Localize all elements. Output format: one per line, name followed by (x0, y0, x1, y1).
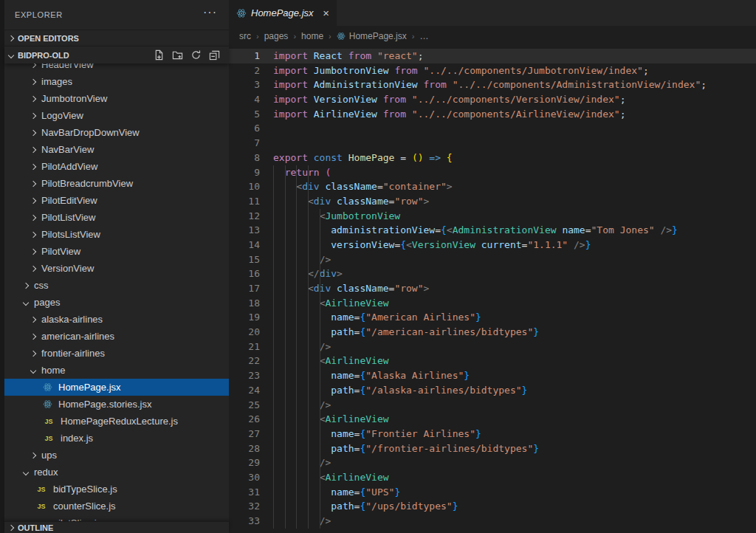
tree-folder-PilotsListView[interactable]: PilotsListView (4, 226, 229, 243)
tree-folder-css[interactable]: css (4, 277, 229, 294)
tab-homepage-jsx[interactable]: HomePage.jsx × (229, 0, 337, 26)
line-number: 7 (229, 136, 260, 151)
tree-item-label: css (34, 280, 49, 291)
code-line: 28 path={"/frontier-airlines/bidtypes"} (229, 441, 756, 456)
tree-folder-NavBarView[interactable]: NavBarView (4, 141, 229, 158)
open-editors-section[interactable]: OPEN EDITORS (4, 30, 229, 46)
code-line: 6 (229, 121, 756, 136)
code-editor[interactable]: 1import React from "react";2import Jumbo… (229, 46, 756, 533)
tree-folder-PilotAddView[interactable]: PilotAddView (4, 158, 229, 175)
code-text: administrationView={<AdministrationView … (273, 223, 678, 238)
new-folder-icon[interactable] (172, 49, 183, 61)
breadcrumb-item[interactable]: home (301, 31, 323, 41)
js-icon: JS (43, 435, 55, 442)
workspace-folder-header[interactable]: BIDPRO-OLD (4, 46, 229, 63)
code-line: 15 /> (229, 252, 756, 267)
tree-file-HomePage.stories.jsx[interactable]: HomePage.stories.jsx (4, 396, 229, 413)
breadcrumb-item[interactable]: HomePage.jsx (337, 31, 407, 41)
code-line: 25 /> (229, 398, 756, 413)
tree-item-label: HomePage.jsx (58, 382, 121, 393)
outline-section[interactable]: OUTLINE (4, 521, 229, 533)
tree-folder-NavBarDropDownView[interactable]: NavBarDropDownView (4, 124, 229, 141)
tree-folder-PilotListView[interactable]: PilotListView (4, 209, 229, 226)
file-tree: HeaderViewimagesJumbotronViewLogoViewNav… (4, 63, 229, 521)
react-icon (43, 399, 52, 409)
tree-item-label: images (41, 76, 72, 87)
chevron-right-icon (30, 452, 36, 458)
tree-folder-VersionView[interactable]: VersionView (4, 260, 229, 277)
tree-folder-home[interactable]: home (4, 362, 229, 379)
tree-folder-LogoView[interactable]: LogoView (4, 107, 229, 124)
breadcrumb-separator: › (412, 32, 415, 41)
line-number: 9 (229, 165, 260, 180)
open-editors-label: OPEN EDITORS (18, 34, 79, 43)
explorer-header: EXPLORER ··· (4, 0, 229, 30)
code-line: 3import AdministrationView from "../../c… (229, 78, 756, 92)
tree-item-label: HomePageReduxLecture.js (61, 416, 178, 427)
tree-item-label: PilotBreadcrumbView (41, 178, 133, 189)
new-file-icon[interactable] (154, 49, 165, 61)
tree-folder-redux[interactable]: redux (4, 464, 229, 481)
code-text: import AdministrationView from "../../co… (273, 78, 707, 92)
line-number: 20 (229, 325, 260, 340)
breadcrumb-item[interactable]: … (419, 31, 428, 41)
breadcrumb-item[interactable]: src (239, 31, 251, 41)
tree-file-index.js[interactable]: JSindex.js (4, 430, 229, 447)
tree-folder-JumbotronView[interactable]: JumbotronView (4, 90, 229, 107)
tree-item-label: PilotsListView (41, 229, 100, 240)
react-icon (236, 8, 247, 18)
tree-folder-ups[interactable]: ups (4, 447, 229, 464)
code-text: export const HomePage = () => { (273, 151, 453, 165)
code-line: 4import VersionView from "../../componen… (229, 92, 756, 107)
tree-folder-PilotView[interactable]: PilotView (4, 243, 229, 260)
code-line: 11 <div className="row"> (229, 194, 756, 209)
breadcrumb-separator: › (293, 32, 296, 41)
line-number: 30 (229, 470, 260, 485)
tab-bar: HomePage.jsx × (229, 0, 756, 26)
outline-label: OUTLINE (18, 523, 53, 532)
line-number: 24 (229, 383, 260, 398)
tree-file-HomePageReduxLecture.js[interactable]: JSHomePageReduxLecture.js (4, 413, 229, 430)
breadcrumb-item[interactable]: pages (264, 31, 289, 41)
collapse-all-icon[interactable] (209, 49, 220, 61)
chevron-right-icon (30, 214, 36, 220)
code-line: 32 path={"/ups/bidtypes"} (229, 499, 756, 514)
tree-item-label: counterSlice.js (53, 501, 116, 512)
tree-item-label: LogoView (41, 110, 83, 121)
tree-folder-pages[interactable]: pages (4, 294, 229, 311)
refresh-icon[interactable] (190, 49, 202, 61)
tree-file-pilotSlice.js[interactable]: JSpilotSlice.js (4, 515, 229, 521)
tree-file-HomePage.jsx[interactable]: HomePage.jsx (4, 379, 229, 396)
code-line: 1import React from "react"; (229, 49, 756, 63)
close-icon[interactable]: × (323, 7, 329, 19)
tree-file-counterSlice.js[interactable]: JScounterSlice.js (4, 498, 229, 515)
chevron-right-icon (30, 78, 36, 84)
chevron-down-icon (8, 52, 14, 58)
code-line: 13 administrationView={<AdministrationVi… (229, 223, 756, 238)
tree-folder-images[interactable]: images (4, 73, 229, 90)
chevron-right-icon (30, 248, 36, 254)
code-text: name={"UPS"} (273, 485, 400, 500)
tree-folder-HeaderView[interactable]: HeaderView (4, 63, 229, 73)
code-line: 2import JumbotronView from "../../compon… (229, 63, 756, 78)
tree-folder-PilotEditView[interactable]: PilotEditView (4, 192, 229, 209)
more-actions-icon[interactable]: ··· (203, 6, 217, 19)
code-line: 27 name={"Frontier Airlines"} (229, 427, 756, 441)
chevron-right-icon (30, 231, 36, 237)
js-icon: JS (35, 486, 47, 493)
code-line: 8export const HomePage = () => { (229, 151, 756, 165)
tree-folder-alaska-airlines[interactable]: alaska-airlines (4, 311, 229, 328)
vscode-window: EXPLORER ··· OPEN EDITORS BIDPRO-OLD (0, 0, 756, 533)
code-text: import AirlineView from "../../component… (273, 107, 625, 122)
tree-folder-PilotBreadcrumbView[interactable]: PilotBreadcrumbView (4, 175, 229, 192)
tree-folder-american-airlines[interactable]: american-airlines (4, 328, 229, 345)
line-number: 12 (229, 209, 260, 224)
breadcrumb-separator: › (329, 32, 331, 41)
tree-folder-frontier-airlines[interactable]: frontier-airlines (4, 345, 229, 362)
line-number: 31 (229, 485, 260, 500)
tree-file-bidTypeSlice.js[interactable]: JSbidTypeSlice.js (4, 481, 229, 498)
tree-item-label: american-airlines (41, 331, 114, 342)
line-number: 3 (229, 78, 260, 92)
chevron-right-icon (23, 282, 29, 288)
chevron-right-icon (30, 197, 36, 203)
